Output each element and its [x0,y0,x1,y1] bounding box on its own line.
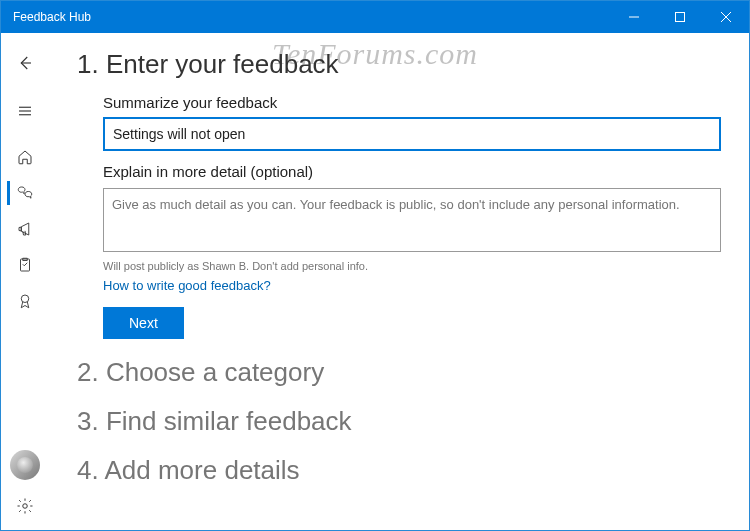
minimize-icon [629,12,639,22]
back-button[interactable] [5,43,45,83]
summary-input[interactable] [103,117,721,151]
sidebar-item-announcements[interactable] [5,211,45,247]
step-4-title: 4. Add more details [77,455,721,486]
avatar-image [17,457,33,473]
window-controls [611,1,749,33]
megaphone-icon [16,220,34,238]
sidebar-item-home[interactable] [5,139,45,175]
sidebar [1,33,49,530]
maximize-button[interactable] [657,1,703,33]
hamburger-button[interactable] [5,93,45,129]
gear-icon [16,497,34,515]
home-icon [16,148,34,166]
ribbon-icon [16,292,34,310]
detail-textarea[interactable] [103,188,721,252]
svg-point-10 [23,504,28,509]
help-link[interactable]: How to write good feedback? [103,278,721,293]
feedback-icon [16,184,34,202]
minimize-button[interactable] [611,1,657,33]
app-title: Feedback Hub [1,10,91,24]
step-2-title: 2. Choose a category [77,357,721,388]
detail-label: Explain in more detail (optional) [103,163,721,180]
hamburger-icon [16,102,34,120]
titlebar: Feedback Hub [1,1,749,33]
avatar[interactable] [10,450,40,480]
quests-icon [16,256,34,274]
close-button[interactable] [703,1,749,33]
maximize-icon [675,12,685,22]
summary-label: Summarize your feedback [103,94,721,111]
back-arrow-icon [16,54,34,72]
sidebar-item-quests[interactable] [5,247,45,283]
step-3-title: 3. Find similar feedback [77,406,721,437]
svg-rect-1 [676,13,685,22]
main-content: 1. Enter your feedback Summarize your fe… [49,33,749,530]
close-icon [721,12,731,22]
step-1-title: 1. Enter your feedback [77,49,721,80]
svg-point-9 [21,295,29,303]
privacy-hint: Will post publicly as Shawn B. Don't add… [103,260,721,272]
settings-button[interactable] [5,486,45,526]
sidebar-item-feedback[interactable] [5,175,45,211]
sidebar-item-achievements[interactable] [5,283,45,319]
next-button[interactable]: Next [103,307,184,339]
